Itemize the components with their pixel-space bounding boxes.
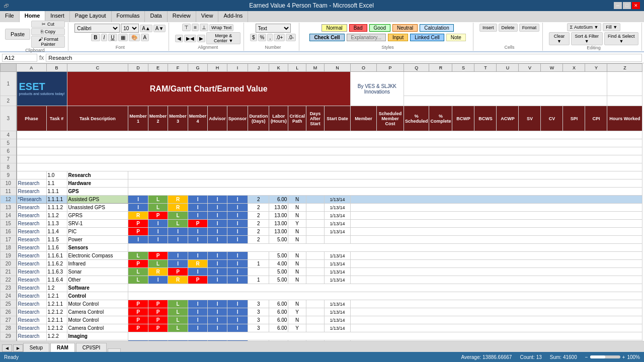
row-30[interactable]: 30 Research 1.2.2.1 Capture Rate I I I I… (1, 340, 642, 341)
col-header-f[interactable]: F (168, 64, 188, 72)
align-middle-button[interactable]: ≡ (192, 24, 199, 31)
border-button[interactable]: ▦ (118, 34, 128, 41)
col-header-b[interactable]: B (46, 64, 67, 72)
style-linked-cell[interactable]: Linked Cell (410, 34, 444, 41)
row-18[interactable]: 18 Research 1.1.6 Sensors (1, 244, 642, 252)
col-header-u[interactable]: U (497, 64, 519, 72)
fill-color-button[interactable]: 🎨 (129, 34, 140, 41)
sheet-scroll-right[interactable]: ► (13, 344, 23, 352)
font-color-button[interactable]: A (141, 34, 149, 41)
row-21[interactable]: 21 Research 1.1.6.3 Sonar L R P I I I 5.… (1, 268, 642, 276)
underline-button[interactable]: U (108, 34, 117, 41)
col-header-x[interactable]: X (563, 64, 585, 72)
row-26[interactable]: 26 Research 1.2.1.2 Camera Control P P L… (1, 308, 642, 316)
row-19[interactable]: 19 Research 1.1.6.1 Electronic Compass L… (1, 252, 642, 260)
row-27[interactable]: 27 Research 1.2.1.1 Motor Control P P L … (1, 316, 642, 324)
col-header-m[interactable]: M (306, 64, 324, 72)
row-17[interactable]: 17 Research 1.1.5 Power I I I I I I 2 5.… (1, 236, 642, 244)
tab-review[interactable]: Review (168, 11, 196, 22)
col-header-l[interactable]: L (288, 64, 306, 72)
style-neutral[interactable]: Neutral (392, 24, 418, 32)
col-header-k[interactable]: K (269, 64, 288, 72)
style-calculation[interactable]: Calculation (420, 24, 453, 32)
cell-reference-input[interactable] (2, 54, 37, 62)
col-header-v[interactable]: V (519, 64, 541, 72)
col-header-c[interactable]: C (67, 64, 128, 72)
copy-button[interactable]: ⎘ Copy (31, 28, 65, 35)
zoom-control[interactable]: − + 100% (585, 354, 640, 360)
tab-addins[interactable]: Add-Ins (218, 11, 248, 22)
zoom-slider[interactable] (590, 355, 620, 358)
sheet-tab-cpi-spi[interactable]: CPI/SPI (76, 343, 107, 352)
col-header-y[interactable]: Y (585, 64, 607, 72)
style-note[interactable]: Note (446, 34, 466, 41)
row-23[interactable]: 23 Research 1.2 Software (1, 284, 642, 292)
increase-font-button[interactable]: A▲ (140, 25, 152, 32)
tab-data[interactable]: Data (145, 11, 167, 22)
col-header-r[interactable]: R (429, 64, 452, 72)
delete-cell-button[interactable]: Delete (499, 24, 518, 32)
bold-button[interactable]: B (91, 34, 100, 41)
font-select[interactable]: Calibri (74, 24, 120, 33)
sort-filter-button[interactable]: Sort & Filter ▼ (571, 32, 603, 45)
col-header-p[interactable]: P (376, 64, 404, 72)
decrease-font-button[interactable]: A▼ (153, 25, 166, 32)
sheet-tab-setup[interactable]: Setup (23, 343, 49, 352)
row-11[interactable]: 11 Research 1.1.1 GPS (1, 188, 642, 196)
formula-input[interactable] (46, 54, 642, 62)
style-bad[interactable]: Bad (349, 24, 367, 32)
cut-button[interactable]: ✂ Cut (31, 21, 65, 28)
decimal-increase-button[interactable]: .0+ (274, 34, 285, 41)
autosum-button[interactable]: Σ AutoSum ▼ (567, 23, 602, 31)
currency-button[interactable]: $ (250, 34, 257, 41)
col-header-e[interactable]: E (148, 64, 168, 72)
row-10[interactable]: 10 Research 1.1 Hardware (1, 179, 642, 188)
format-painter-button[interactable]: 🖌 Format Painter (31, 36, 65, 48)
paste-button[interactable]: Paste (5, 29, 30, 40)
sheet-scroll-left[interactable]: ◄ (2, 344, 12, 352)
font-size-select[interactable]: 10 (121, 24, 139, 33)
zoom-in-icon[interactable]: + (622, 354, 625, 360)
row-20[interactable]: 20 Research 1.1.6.2 Infrared P L I R I I… (1, 260, 642, 268)
italic-button[interactable]: I (101, 34, 108, 41)
col-header-n[interactable]: N (324, 64, 350, 72)
zoom-out-icon[interactable]: − (585, 354, 588, 360)
col-header-h[interactable]: H (208, 64, 227, 72)
col-header-d[interactable]: D (128, 64, 148, 72)
maximize-button[interactable]: □ (623, 2, 631, 9)
row-15[interactable]: 15 Research 1.1.3 SRV-1 P I L P I I 2 13… (1, 220, 642, 228)
col-header-s[interactable]: S (452, 64, 474, 72)
col-header-z[interactable]: Z (607, 64, 642, 72)
row-25[interactable]: 25 Research 1.2.1.1 Motor Control P P L … (1, 300, 642, 308)
wrap-text-button[interactable]: Wrap Text (209, 24, 233, 31)
merge-center-button[interactable]: Merge & Center ▼ (206, 32, 240, 44)
comma-button[interactable]: , (267, 34, 273, 41)
row-28[interactable]: 28 Research 1.2.1.2 Camera Control P P L… (1, 324, 642, 332)
close-button[interactable]: ✕ (632, 2, 640, 9)
insert-cell-button[interactable]: Insert (479, 24, 497, 32)
align-right-button[interactable]: ▶ (197, 35, 205, 42)
col-header-j[interactable]: J (248, 64, 269, 72)
number-format-select[interactable]: Text (256, 24, 291, 33)
style-input[interactable]: Input (388, 34, 408, 41)
row-16[interactable]: 16 Research 1.1.4 PIC P I I I I I 2 13.0… (1, 228, 642, 236)
tab-view[interactable]: View (196, 11, 219, 22)
row-14[interactable]: 14 Research 1.1.2 GPRS R P L I I I 2 13.… (1, 212, 642, 220)
format-cell-button[interactable]: Format (519, 24, 540, 32)
style-normal[interactable]: Normal (321, 24, 347, 32)
percent-button[interactable]: % (258, 34, 267, 41)
style-check-cell[interactable]: Check Cell (309, 34, 344, 41)
clear-button[interactable]: Clear ▼ (549, 32, 570, 45)
col-header-o[interactable]: O (350, 64, 376, 72)
row-22[interactable]: 22 Research 1.1.6.4 Other L I R P I I 1 … (1, 276, 642, 284)
col-header-w[interactable]: W (541, 64, 563, 72)
decimal-decrease-button[interactable]: .0- (286, 34, 296, 41)
align-top-button[interactable]: ⊤ (182, 24, 191, 31)
col-header-i[interactable]: I (227, 64, 248, 72)
row-12-selected[interactable]: 12 *Research 1.1.1.1 Assisted GPS I L R … (1, 196, 642, 204)
row-9[interactable]: 9 1.0 Research (1, 171, 642, 179)
row-29[interactable]: 29 Research 1.2.2 Imaging (1, 332, 642, 340)
style-good[interactable]: Good (369, 24, 390, 32)
align-left-button[interactable]: ◀ (175, 35, 183, 42)
style-explanatory[interactable]: Explanatory... (347, 34, 386, 41)
